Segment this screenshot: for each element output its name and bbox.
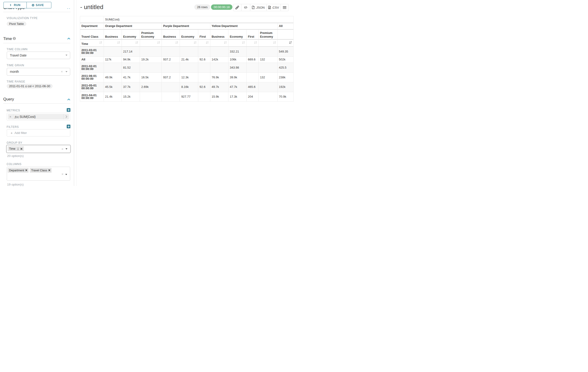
svg-text:</>: </>	[252, 7, 254, 9]
